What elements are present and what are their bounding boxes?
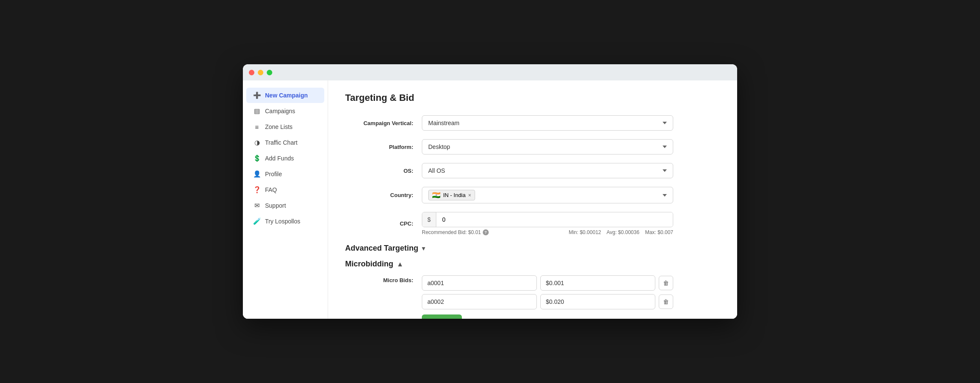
- micro-bid-delete-0[interactable]: 🗑: [659, 276, 673, 290]
- micro-bids-row: Micro Bids: 🗑 🗑 Add Bid: [345, 275, 720, 319]
- sidebar-icon-zone-lists: ≡: [253, 123, 261, 131]
- avg-bid: Avg: $0.00036: [606, 229, 639, 235]
- page-title: Targeting & Bid: [345, 92, 720, 103]
- maximize-dot[interactable]: [267, 70, 272, 75]
- titlebar: [243, 64, 737, 80]
- cpc-prefix: $: [422, 212, 436, 227]
- sidebar-icon-new-campaign: ➕: [253, 91, 261, 99]
- micro-bid-amount-1[interactable]: [540, 294, 655, 309]
- platform-select[interactable]: DesktopMobileTabletAll Platforms: [422, 139, 673, 154]
- sidebar-label-campaigns: Campaigns: [265, 108, 295, 114]
- microbidding-chevron: ▲: [397, 260, 404, 268]
- os-control: All OSWindowsmacOSLinuxAndroidiOS: [422, 163, 673, 178]
- sidebar-label-profile: Profile: [265, 171, 282, 177]
- max-bid: Max: $0.007: [645, 229, 673, 235]
- micro-bid-zone-0[interactable]: [422, 275, 537, 291]
- country-flag: 🇮🇳: [432, 191, 441, 199]
- help-icon[interactable]: ?: [483, 229, 489, 235]
- advanced-targeting-title: Advanced Targeting: [345, 244, 418, 253]
- country-label: Country:: [345, 192, 422, 198]
- close-dot[interactable]: [249, 70, 254, 75]
- os-row: OS: All OSWindowsmacOSLinuxAndroidiOS: [345, 163, 720, 178]
- bid-hints: Recommended Bid: $0.01 ? Min: $0.00012 A…: [422, 229, 673, 235]
- cpc-control: $ Recommended Bid: $0.01 ? Min: $0.00012…: [422, 212, 673, 235]
- micro-bids-label: Micro Bids:: [345, 275, 422, 283]
- app-body: ➕ New Campaign ▤ Campaigns ≡ Zone Lists …: [243, 80, 737, 319]
- minimize-dot[interactable]: [258, 70, 263, 75]
- country-tag-text: IN - India: [443, 192, 466, 198]
- country-tag-select[interactable]: 🇮🇳 IN - India ×: [422, 187, 673, 203]
- main-content: Targeting & Bid Campaign Vertical: Mains…: [328, 80, 737, 319]
- cpc-input[interactable]: [436, 212, 673, 227]
- sidebar-item-zone-lists[interactable]: ≡ Zone Lists: [246, 119, 324, 134]
- micro-bid-amount-0[interactable]: [540, 275, 655, 291]
- sidebar-label-add-funds: Add Funds: [265, 155, 294, 162]
- campaign-vertical-select[interactable]: MainstreamAdultDatingFinanceGaming: [422, 115, 673, 131]
- sidebar-label-zone-lists: Zone Lists: [265, 123, 293, 130]
- country-tag: 🇮🇳 IN - India ×: [428, 190, 475, 200]
- platform-control: DesktopMobileTabletAll Platforms: [422, 139, 673, 154]
- sidebar-item-add-funds[interactable]: 💲 Add Funds: [246, 151, 324, 166]
- country-row: Country: 🇮🇳 IN - India ×: [345, 187, 720, 203]
- sidebar-item-traffic-chart[interactable]: ◑ Traffic Chart: [246, 135, 324, 150]
- recommended-text: Recommended Bid: $0.01: [422, 229, 481, 235]
- micro-bid-zone-1[interactable]: [422, 294, 537, 309]
- sidebar-icon-campaigns: ▤: [253, 107, 261, 115]
- sidebar-item-try-lospollos[interactable]: 🧪 Try Lospollos: [246, 214, 324, 229]
- cpc-input-row: $: [422, 212, 673, 227]
- sidebar-icon-try-lospollos: 🧪: [253, 217, 261, 225]
- advanced-targeting-chevron: ▾: [422, 244, 425, 252]
- sidebar-label-traffic-chart: Traffic Chart: [265, 139, 297, 146]
- sidebar-label-faq: FAQ: [265, 186, 277, 193]
- add-bid-button[interactable]: Add Bid: [422, 314, 462, 319]
- microbidding-header[interactable]: Microbidding ▲: [345, 260, 720, 269]
- micro-bid-row-0: 🗑: [422, 275, 673, 291]
- sidebar-icon-traffic-chart: ◑: [253, 139, 261, 146]
- sidebar-label-try-lospollos: Try Lospollos: [265, 218, 300, 225]
- sidebar-item-support[interactable]: ✉ Support: [246, 198, 324, 213]
- sidebar: ➕ New Campaign ▤ Campaigns ≡ Zone Lists …: [243, 80, 328, 319]
- sidebar-item-faq[interactable]: ❓ FAQ: [246, 182, 324, 197]
- micro-bid-delete-1[interactable]: 🗑: [659, 294, 673, 309]
- campaign-vertical-row: Campaign Vertical: MainstreamAdultDating…: [345, 115, 720, 131]
- sidebar-icon-support: ✉: [253, 202, 261, 209]
- app-window: ➕ New Campaign ▤ Campaigns ≡ Zone Lists …: [243, 64, 737, 319]
- sidebar-icon-add-funds: 💲: [253, 154, 261, 162]
- country-tag-remove[interactable]: ×: [468, 192, 471, 198]
- cpc-row: CPC: $ Recommended Bid: $0.01 ? Min: $0.…: [345, 212, 720, 235]
- platform-row: Platform: DesktopMobileTabletAll Platfor…: [345, 139, 720, 154]
- campaign-vertical-control: MainstreamAdultDatingFinanceGaming: [422, 115, 673, 131]
- microbidding-title: Microbidding: [345, 260, 393, 269]
- cpc-label: CPC:: [345, 220, 422, 227]
- sidebar-label-support: Support: [265, 202, 286, 209]
- platform-label: Platform:: [345, 144, 422, 150]
- campaign-vertical-label: Campaign Vertical:: [345, 120, 422, 126]
- sidebar-item-profile[interactable]: 👤 Profile: [246, 166, 324, 182]
- min-bid: Min: $0.00012: [569, 229, 601, 235]
- os-select[interactable]: All OSWindowsmacOSLinuxAndroidiOS: [422, 163, 673, 178]
- sidebar-item-new-campaign[interactable]: ➕ New Campaign: [246, 88, 324, 103]
- sidebar-label-new-campaign: New Campaign: [265, 92, 308, 99]
- sidebar-item-campaigns[interactable]: ▤ Campaigns: [246, 103, 324, 119]
- micro-bids-control: 🗑 🗑 Add Bid: [422, 275, 673, 319]
- bid-stats: Min: $0.00012 Avg: $0.00036 Max: $0.007: [569, 229, 673, 235]
- country-control: 🇮🇳 IN - India ×: [422, 187, 673, 203]
- micro-bid-row-1: 🗑: [422, 294, 673, 309]
- sidebar-icon-faq: ❓: [253, 186, 261, 194]
- recommended-bid: Recommended Bid: $0.01 ?: [422, 229, 489, 235]
- sidebar-icon-profile: 👤: [253, 170, 261, 178]
- advanced-targeting-header[interactable]: Advanced Targeting ▾: [345, 244, 720, 253]
- os-label: OS:: [345, 168, 422, 174]
